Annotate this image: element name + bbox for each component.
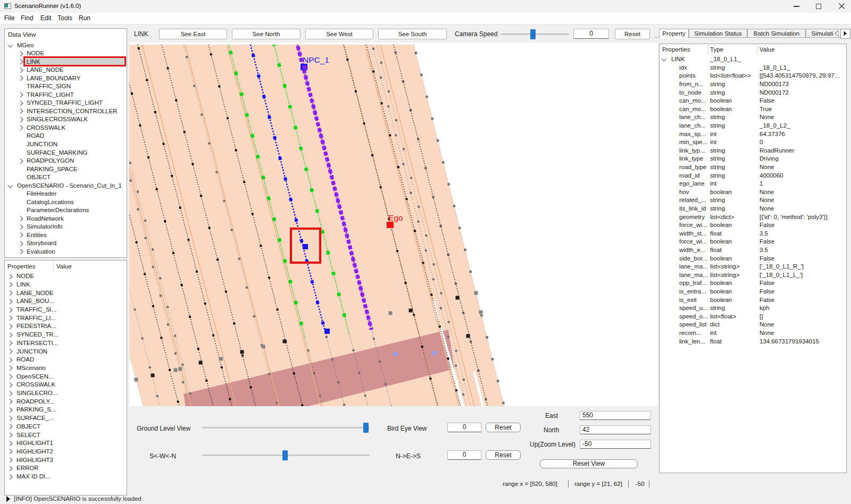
svg-text:NPC_1: NPC_1 [303,55,329,64]
svg-text:Ego: Ego [388,213,403,222]
